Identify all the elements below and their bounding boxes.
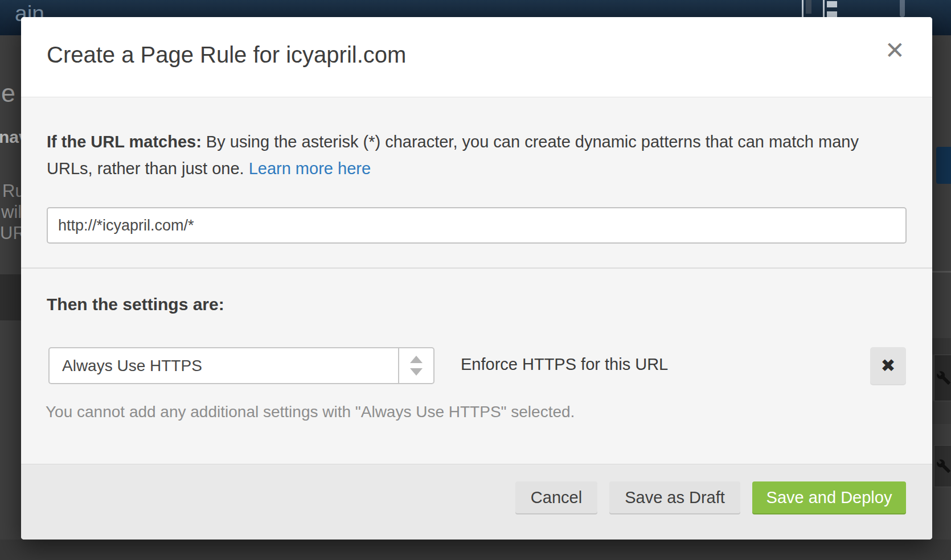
url-match-label: If the URL matches: <box>47 133 202 151</box>
settings-heading: Then the settings are: <box>47 295 224 314</box>
remove-setting-button[interactable]: ✖ <box>870 347 906 384</box>
setting-description: Enforce HTTPS for this URL <box>461 355 668 374</box>
screen: ain. e nav Ru will UR Create a Page Rule… <box>0 0 951 560</box>
dialog-title: Create a Page Rule for icyapril.com <box>47 42 406 68</box>
wrench-icon <box>936 370 951 385</box>
background-blue-button-fragment <box>936 147 951 184</box>
cancel-button[interactable]: Cancel <box>515 481 597 513</box>
setting-select-value: Always Use HTTPS <box>62 357 202 375</box>
url-match-description: If the URL matches: By using the asteris… <box>47 129 870 182</box>
chevron-down-icon <box>410 368 423 376</box>
close-icon[interactable]: ✕ <box>885 39 905 63</box>
save-and-deploy-button[interactable]: Save and Deploy <box>752 481 906 513</box>
background-row-fragment <box>932 338 951 355</box>
background-edit-button-fragment <box>934 445 951 487</box>
background-table-header-fragment <box>0 274 21 320</box>
settings-restriction-note: You cannot add any additional settings w… <box>46 403 575 421</box>
background-bottom-fragment <box>0 540 951 560</box>
save-as-draft-button[interactable]: Save as Draft <box>609 481 740 513</box>
background-row-fragment <box>932 401 951 424</box>
background-edit-button-fragment <box>934 355 951 401</box>
url-pattern-input[interactable] <box>47 207 907 244</box>
remove-x-icon: ✖ <box>881 355 896 376</box>
select-spinner-icon <box>398 348 433 383</box>
chevron-up-icon <box>410 356 423 363</box>
dialog-header: Create a Page Rule for icyapril.com ✕ <box>21 17 932 97</box>
footer-button-row: Cancel Save as Draft Save and Deploy <box>515 481 906 513</box>
create-page-rule-dialog: Create a Page Rule for icyapril.com ✕ If… <box>21 17 932 540</box>
background-heading-fragment: e <box>1 79 15 108</box>
dialog-footer: Cancel Save as Draft Save and Deploy <box>21 464 932 540</box>
setting-select[interactable]: Always Use HTTPS <box>48 347 434 384</box>
navbar-list-icon <box>827 1 837 7</box>
background-divider-fragment <box>932 271 951 273</box>
section-divider <box>21 267 932 269</box>
navbar-bar-icon <box>900 0 905 17</box>
wrench-icon <box>936 459 951 473</box>
learn-more-link[interactable]: Learn more here <box>249 159 371 178</box>
